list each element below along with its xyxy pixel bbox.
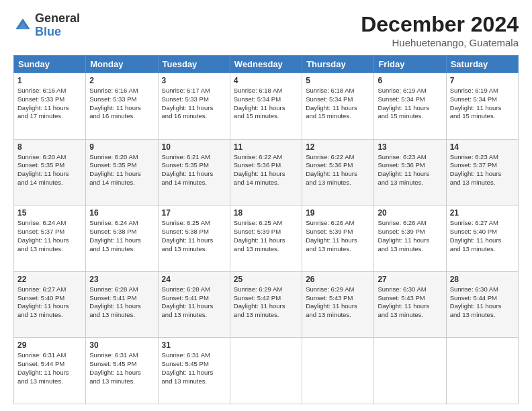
day-number: 30	[89, 340, 154, 350]
day-cell: 17Sunrise: 6:25 AM Sunset: 5:38 PM Dayli…	[158, 205, 230, 272]
header-cell-wednesday: Wednesday	[230, 56, 302, 73]
day-number: 9	[89, 142, 154, 152]
day-cell: 13Sunrise: 6:23 AM Sunset: 5:36 PM Dayli…	[374, 139, 446, 205]
day-cell: 4Sunrise: 6:18 AM Sunset: 5:34 PM Daylig…	[230, 73, 302, 140]
day-number: 13	[378, 142, 442, 152]
title-block: December 2024 Huehuetenango, Guatemala	[361, 12, 519, 48]
week-row-1: 1Sunrise: 6:16 AM Sunset: 5:33 PM Daylig…	[14, 73, 519, 140]
day-number: 16	[89, 208, 154, 218]
day-info: Sunrise: 6:19 AM Sunset: 5:34 PM Dayligh…	[450, 87, 515, 121]
day-cell: 18Sunrise: 6:25 AM Sunset: 5:39 PM Dayli…	[230, 205, 302, 272]
day-number: 20	[378, 208, 442, 218]
day-cell: 19Sunrise: 6:26 AM Sunset: 5:39 PM Dayli…	[302, 205, 374, 272]
day-number: 23	[89, 275, 154, 284]
day-info: Sunrise: 6:27 AM Sunset: 5:40 PM Dayligh…	[450, 219, 515, 253]
calendar-body: 1Sunrise: 6:16 AM Sunset: 5:33 PM Daylig…	[14, 73, 519, 404]
day-info: Sunrise: 6:30 AM Sunset: 5:43 PM Dayligh…	[378, 285, 442, 320]
day-cell: 23Sunrise: 6:28 AM Sunset: 5:41 PM Dayli…	[86, 271, 158, 338]
week-row-4: 22Sunrise: 6:27 AM Sunset: 5:40 PM Dayli…	[14, 271, 519, 338]
day-number: 15	[17, 208, 82, 218]
day-info: Sunrise: 6:29 AM Sunset: 5:42 PM Dayligh…	[234, 285, 298, 320]
day-number: 6	[378, 76, 442, 85]
day-info: Sunrise: 6:20 AM Sunset: 5:35 PM Dayligh…	[89, 153, 154, 187]
day-info: Sunrise: 6:18 AM Sunset: 5:34 PM Dayligh…	[306, 87, 370, 121]
page-title: December 2024	[361, 12, 519, 37]
logo-text: General Blue	[35, 12, 80, 39]
header-cell-thursday: Thursday	[302, 56, 374, 73]
day-info: Sunrise: 6:29 AM Sunset: 5:43 PM Dayligh…	[306, 285, 370, 320]
day-number: 11	[234, 142, 298, 152]
day-cell	[230, 338, 302, 404]
day-info: Sunrise: 6:18 AM Sunset: 5:34 PM Dayligh…	[234, 87, 298, 121]
calendar-header: SundayMondayTuesdayWednesdayThursdayFrid…	[14, 56, 519, 73]
day-info: Sunrise: 6:17 AM Sunset: 5:33 PM Dayligh…	[162, 87, 226, 121]
week-row-3: 15Sunrise: 6:24 AM Sunset: 5:37 PM Dayli…	[14, 205, 519, 272]
day-info: Sunrise: 6:26 AM Sunset: 5:39 PM Dayligh…	[306, 219, 370, 253]
day-cell	[374, 338, 446, 404]
day-info: Sunrise: 6:24 AM Sunset: 5:37 PM Dayligh…	[17, 219, 82, 253]
day-cell: 7Sunrise: 6:19 AM Sunset: 5:34 PM Daylig…	[446, 73, 518, 140]
logo-icon	[13, 16, 32, 35]
day-info: Sunrise: 6:25 AM Sunset: 5:39 PM Dayligh…	[234, 219, 298, 253]
day-info: Sunrise: 6:24 AM Sunset: 5:38 PM Dayligh…	[89, 219, 154, 253]
day-number: 5	[306, 76, 370, 85]
day-cell: 21Sunrise: 6:27 AM Sunset: 5:40 PM Dayli…	[446, 205, 518, 272]
header-cell-saturday: Saturday	[446, 56, 518, 73]
day-cell: 12Sunrise: 6:22 AM Sunset: 5:36 PM Dayli…	[302, 139, 374, 205]
day-number: 3	[162, 76, 226, 85]
day-number: 19	[306, 208, 370, 218]
day-cell: 16Sunrise: 6:24 AM Sunset: 5:38 PM Dayli…	[86, 205, 158, 272]
week-row-5: 29Sunrise: 6:31 AM Sunset: 5:44 PM Dayli…	[14, 338, 519, 404]
day-number: 8	[17, 142, 82, 152]
day-info: Sunrise: 6:25 AM Sunset: 5:38 PM Dayligh…	[162, 219, 226, 253]
day-cell: 3Sunrise: 6:17 AM Sunset: 5:33 PM Daylig…	[158, 73, 230, 140]
day-cell: 30Sunrise: 6:31 AM Sunset: 5:45 PM Dayli…	[86, 338, 158, 404]
day-info: Sunrise: 6:27 AM Sunset: 5:40 PM Dayligh…	[17, 285, 82, 320]
day-info: Sunrise: 6:28 AM Sunset: 5:41 PM Dayligh…	[162, 285, 226, 320]
day-info: Sunrise: 6:23 AM Sunset: 5:37 PM Dayligh…	[450, 153, 515, 187]
page: General Blue December 2024 Huehuetenango…	[0, 0, 532, 411]
day-info: Sunrise: 6:19 AM Sunset: 5:34 PM Dayligh…	[378, 87, 442, 121]
day-cell: 8Sunrise: 6:20 AM Sunset: 5:35 PM Daylig…	[14, 139, 86, 205]
day-number: 10	[162, 142, 226, 152]
day-info: Sunrise: 6:30 AM Sunset: 5:44 PM Dayligh…	[450, 285, 515, 320]
calendar-table: SundayMondayTuesdayWednesdayThursdayFrid…	[13, 55, 519, 404]
day-cell: 2Sunrise: 6:16 AM Sunset: 5:33 PM Daylig…	[86, 73, 158, 140]
day-cell: 5Sunrise: 6:18 AM Sunset: 5:34 PM Daylig…	[302, 73, 374, 140]
day-info: Sunrise: 6:26 AM Sunset: 5:39 PM Dayligh…	[378, 219, 442, 253]
day-number: 29	[17, 340, 82, 350]
day-number: 2	[89, 76, 154, 85]
day-number: 31	[162, 340, 226, 350]
header: General Blue December 2024 Huehuetenango…	[13, 12, 519, 48]
day-number: 1	[17, 76, 82, 85]
day-number: 24	[162, 275, 226, 284]
day-number: 4	[234, 76, 298, 85]
day-cell: 11Sunrise: 6:22 AM Sunset: 5:36 PM Dayli…	[230, 139, 302, 205]
day-cell: 15Sunrise: 6:24 AM Sunset: 5:37 PM Dayli…	[14, 205, 86, 272]
day-cell: 31Sunrise: 6:31 AM Sunset: 5:45 PM Dayli…	[158, 338, 230, 404]
day-info: Sunrise: 6:31 AM Sunset: 5:45 PM Dayligh…	[162, 351, 226, 385]
day-number: 7	[450, 76, 515, 85]
week-row-2: 8Sunrise: 6:20 AM Sunset: 5:35 PM Daylig…	[14, 139, 519, 205]
day-number: 21	[450, 208, 515, 218]
day-info: Sunrise: 6:28 AM Sunset: 5:41 PM Dayligh…	[89, 285, 154, 320]
day-info: Sunrise: 6:31 AM Sunset: 5:45 PM Dayligh…	[89, 351, 154, 385]
day-number: 22	[17, 275, 82, 284]
day-cell: 20Sunrise: 6:26 AM Sunset: 5:39 PM Dayli…	[374, 205, 446, 272]
day-cell: 10Sunrise: 6:21 AM Sunset: 5:35 PM Dayli…	[158, 139, 230, 205]
header-cell-sunday: Sunday	[14, 56, 86, 73]
day-number: 27	[378, 275, 442, 284]
logo: General Blue	[13, 12, 80, 39]
day-cell: 22Sunrise: 6:27 AM Sunset: 5:40 PM Dayli…	[14, 271, 86, 338]
day-info: Sunrise: 6:31 AM Sunset: 5:44 PM Dayligh…	[17, 351, 82, 385]
day-number: 18	[234, 208, 298, 218]
header-cell-tuesday: Tuesday	[158, 56, 230, 73]
header-cell-friday: Friday	[374, 56, 446, 73]
header-row: SundayMondayTuesdayWednesdayThursdayFrid…	[14, 56, 519, 73]
day-info: Sunrise: 6:20 AM Sunset: 5:35 PM Dayligh…	[17, 153, 82, 187]
day-number: 25	[234, 275, 298, 284]
day-cell	[446, 338, 518, 404]
day-cell: 26Sunrise: 6:29 AM Sunset: 5:43 PM Dayli…	[302, 271, 374, 338]
day-number: 17	[162, 208, 226, 218]
header-cell-monday: Monday	[86, 56, 158, 73]
